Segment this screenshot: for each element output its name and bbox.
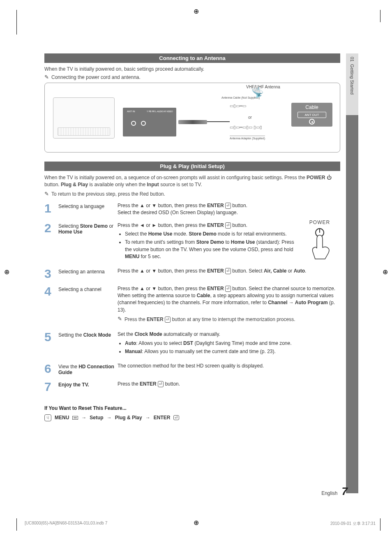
text: Select the desired OSD (On Screen Displa… (118, 210, 238, 215)
vhf-uhf-label: VHF/UHF Antenna (246, 85, 280, 89)
step-body: Press the ▲ or ▼ button, then press the … (118, 202, 340, 217)
plugplay-intro: When the TV is initially powered on, a s… (44, 174, 340, 189)
enter-icon: ⏎ (225, 286, 231, 292)
step-number: 2 (44, 222, 58, 262)
section-header-antenna: Connecting to an Antenna (44, 53, 340, 63)
registration-mark-right: ⊕ (383, 268, 388, 275)
antenna-adapter-label: Antenna Adapter (Supplied) (230, 136, 265, 140)
step-number: 7 (44, 381, 58, 393)
text: Press the ▲ or ▼ button, then press the (118, 203, 207, 208)
enter-label: ENTER (207, 203, 224, 208)
antenna-connection-diagram: ANT IN Y PB PR L-AUDIO-R VIDEO Antenna C… (44, 83, 340, 153)
text: or (108, 223, 113, 229)
power-icon: ⏻ (327, 175, 332, 180)
remote-icon: ☟ (44, 414, 51, 421)
step-title: View the HD Connection Guide (58, 363, 118, 375)
text: Clock Mode (83, 332, 111, 338)
port-icon (131, 121, 136, 126)
reset-menu-path: ☟ MENU → Setup → Plug & Play → ENTER ⏎ (44, 414, 340, 421)
text: Cable (197, 293, 210, 298)
chapter-tab-dark (346, 115, 358, 493)
step-number: 4 (44, 285, 58, 326)
section-header-plugplay: Plug & Play (Initial Setup) (44, 162, 340, 171)
text: Press the ◄ or ► button, then press the (118, 222, 207, 228)
text: for 5 sec. (139, 254, 161, 259)
step-body: The connection method for the best HD sc… (118, 363, 340, 375)
note-icon: ✎ (44, 74, 49, 80)
or-label: or (248, 115, 252, 120)
step-row-1: 1 Selecting a language Press the ▲ or ▼ … (44, 199, 340, 219)
setup-label: Setup (90, 415, 103, 421)
footer-language: English (321, 490, 337, 496)
step-body: Press the ENTER ⏎ button. (118, 381, 340, 393)
step-body: Press the ▲ or ▼ button, then press the … (118, 285, 340, 326)
step-row-7: 7 Enjoy the TV. Press the ENTER ⏎ button… (44, 378, 340, 395)
text: Home Use (148, 231, 173, 237)
connector-illustration: ▭▯▭═▭ (230, 104, 246, 108)
page-footer: English 7 (321, 485, 348, 498)
antenna-note: Connecting the power cord and antenna. (51, 74, 141, 80)
text: button. (44, 182, 61, 187)
reset-feature-header: If You Want to Reset This Feature... (44, 405, 340, 411)
text: When the TV is initially powered on, a s… (44, 175, 307, 180)
text: button. Select (231, 268, 264, 274)
coax-port-icon (309, 119, 315, 125)
text: button. (164, 381, 180, 387)
enter-icon: ⏎ (225, 268, 231, 274)
step-number: 6 (44, 363, 58, 375)
text: DST (183, 340, 193, 346)
text: : Allows you to manually set the current… (142, 349, 276, 354)
list-item: Auto: Allows you to select DST (Daylight… (125, 340, 337, 347)
text: mode is for retail environments. (217, 231, 287, 237)
text: To return the unit's settings from (125, 239, 196, 245)
registration-mark-left: ⊕ (4, 268, 9, 275)
menu-icon (72, 416, 78, 420)
enter-label: ENTER (207, 286, 224, 291)
chapter-tab: 01 Getting Started (346, 53, 358, 115)
tv-rear-illustration (53, 97, 115, 139)
step-body: Press the ▲ or ▼ button, then press the … (118, 268, 340, 280)
text: : Allows you to select (136, 340, 183, 346)
arrow: → (145, 415, 150, 421)
print-job-footer: [UC8000(65)-NA]BN68-03153A-01L03.indb 7 … (25, 521, 376, 527)
step-body: Set the Clock Mode automatically or manu… (118, 331, 340, 357)
text: (Daylight Saving Time) mode and time zon… (193, 340, 291, 346)
text: is available only when the (89, 182, 147, 187)
step-row-3: 3 Selecting an antenna Press the ▲ or ▼ … (44, 265, 340, 282)
antenna-intro-text: When the TV is initially powered on, bas… (44, 66, 340, 72)
text: automatically or manually. (162, 331, 220, 337)
chapter-title: Getting Started (350, 64, 355, 95)
text: Set the (118, 331, 134, 337)
tv-input-panel: ANT IN Y PB PR L-AUDIO-R VIDEO (123, 108, 176, 136)
print-timestamp: 2010-09-01 오후 3:17:31 (330, 521, 376, 527)
print-file-name: [UC8000(65)-NA]BN68-03153A-01L03.indb 7 (25, 521, 107, 527)
text: Auto (294, 268, 305, 274)
page-number: 7 (342, 485, 348, 498)
arrow: → (107, 415, 112, 421)
text: button. (232, 203, 247, 208)
note-icon: ✎ (44, 191, 49, 196)
text: Store Demo (189, 231, 216, 237)
text: Press the (125, 317, 147, 322)
registration-mark-top: ⊕ (194, 7, 199, 15)
step-number: 3 (44, 268, 58, 280)
enter-label: ENTER (140, 381, 157, 387)
port-icon (141, 121, 146, 126)
panel-label-component: Y PB PR L-AUDIO-R VIDEO (147, 110, 173, 113)
chapter-number: 01 (350, 57, 355, 62)
text: Store Demo (80, 223, 108, 229)
cable-wall-box: Cable ANT OUT (291, 103, 332, 127)
text: Setting the (58, 332, 83, 338)
power-label: POWER (307, 175, 325, 180)
ant-out-label: ANT OUT (297, 112, 326, 118)
arrow: → (81, 415, 86, 421)
step-row-4: 4 Selecting a channel Press the ▲ or ▼ b… (44, 282, 340, 328)
text: Channel → Auto Program (268, 300, 328, 305)
step-title: Selecting a channel (58, 285, 118, 326)
step-number: 1 (44, 202, 58, 217)
text: Auto (125, 340, 136, 346)
enter-icon: ⏎ (225, 203, 231, 209)
step-title: Enjoy the TV. (58, 381, 118, 393)
text: Select the (125, 231, 148, 237)
panel-label-antin: ANT IN (127, 110, 135, 113)
